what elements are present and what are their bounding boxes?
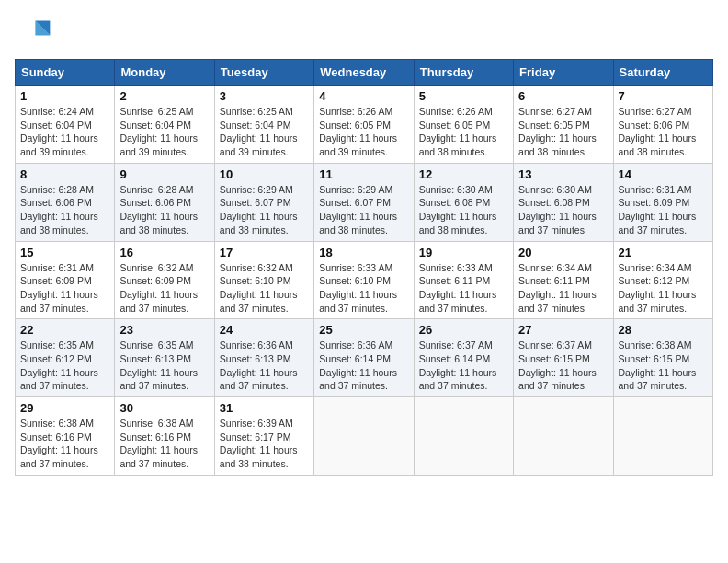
page-header bbox=[15, 15, 713, 52]
calendar-cell: 19 Sunrise: 6:33 AMSunset: 6:11 PMDaylig… bbox=[414, 241, 513, 319]
calendar-cell: 11 Sunrise: 6:29 AMSunset: 6:07 PMDaylig… bbox=[314, 163, 414, 241]
day-info: Sunrise: 6:38 AMSunset: 6:16 PMDaylight:… bbox=[119, 418, 198, 469]
calendar-cell: 25 Sunrise: 6:36 AMSunset: 6:14 PMDaylig… bbox=[314, 319, 414, 397]
day-number: 17 bbox=[220, 246, 309, 259]
calendar-cell: 16 Sunrise: 6:32 AMSunset: 6:09 PMDaylig… bbox=[115, 241, 214, 319]
calendar-header-sunday: Sunday bbox=[16, 60, 115, 86]
day-info: Sunrise: 6:36 AMSunset: 6:13 PMDaylight:… bbox=[220, 339, 298, 391]
calendar-cell: 1 Sunrise: 6:24 AMSunset: 6:04 PMDayligh… bbox=[16, 86, 115, 164]
day-info: Sunrise: 6:34 AMSunset: 6:11 PMDaylight:… bbox=[518, 262, 597, 314]
day-info: Sunrise: 6:31 AMSunset: 6:09 PMDaylight:… bbox=[619, 184, 697, 236]
calendar-cell bbox=[314, 397, 414, 476]
calendar-cell: 12 Sunrise: 6:30 AMSunset: 6:08 PMDaylig… bbox=[414, 163, 513, 241]
day-info: Sunrise: 6:25 AMSunset: 6:04 PMDaylight:… bbox=[220, 106, 298, 157]
day-number: 18 bbox=[319, 246, 408, 259]
day-number: 7 bbox=[619, 89, 708, 103]
day-info: Sunrise: 6:29 AMSunset: 6:07 PMDaylight:… bbox=[319, 184, 397, 236]
day-number: 25 bbox=[319, 323, 408, 337]
calendar-cell: 30 Sunrise: 6:38 AMSunset: 6:16 PMDaylig… bbox=[115, 397, 214, 476]
day-info: Sunrise: 6:29 AMSunset: 6:07 PMDaylight:… bbox=[220, 184, 298, 236]
day-number: 9 bbox=[119, 167, 209, 181]
day-number: 20 bbox=[518, 246, 608, 259]
day-number: 27 bbox=[518, 323, 608, 337]
day-number: 29 bbox=[20, 401, 109, 415]
calendar-cell: 28 Sunrise: 6:38 AMSunset: 6:15 PMDaylig… bbox=[613, 319, 712, 397]
day-number: 16 bbox=[119, 246, 209, 259]
day-number: 11 bbox=[319, 167, 408, 181]
day-info: Sunrise: 6:27 AMSunset: 6:06 PMDaylight:… bbox=[619, 106, 697, 157]
calendar-cell: 14 Sunrise: 6:31 AMSunset: 6:09 PMDaylig… bbox=[613, 163, 712, 241]
day-number: 22 bbox=[20, 323, 109, 337]
calendar-header-saturday: Saturday bbox=[613, 60, 712, 86]
day-info: Sunrise: 6:36 AMSunset: 6:14 PMDaylight:… bbox=[319, 339, 397, 391]
calendar-cell: 5 Sunrise: 6:26 AMSunset: 6:05 PMDayligh… bbox=[414, 86, 513, 164]
calendar-cell: 13 Sunrise: 6:30 AMSunset: 6:08 PMDaylig… bbox=[514, 163, 613, 241]
calendar-header-thursday: Thursday bbox=[414, 60, 513, 86]
calendar-cell: 26 Sunrise: 6:37 AMSunset: 6:14 PMDaylig… bbox=[414, 319, 513, 397]
day-info: Sunrise: 6:27 AMSunset: 6:05 PMDaylight:… bbox=[518, 106, 597, 157]
day-info: Sunrise: 6:32 AMSunset: 6:09 PMDaylight:… bbox=[119, 262, 198, 314]
calendar-cell: 6 Sunrise: 6:27 AMSunset: 6:05 PMDayligh… bbox=[514, 86, 613, 164]
day-number: 21 bbox=[619, 246, 708, 259]
day-info: Sunrise: 6:34 AMSunset: 6:12 PMDaylight:… bbox=[619, 262, 697, 314]
day-number: 12 bbox=[419, 167, 508, 181]
calendar-table: SundayMondayTuesdayWednesdayThursdayFrid… bbox=[15, 59, 713, 476]
day-number: 28 bbox=[619, 323, 708, 337]
day-info: Sunrise: 6:35 AMSunset: 6:13 PMDaylight:… bbox=[119, 339, 198, 391]
calendar-header-wednesday: Wednesday bbox=[314, 60, 414, 86]
day-info: Sunrise: 6:26 AMSunset: 6:05 PMDaylight:… bbox=[319, 106, 397, 157]
calendar-cell: 27 Sunrise: 6:37 AMSunset: 6:15 PMDaylig… bbox=[514, 319, 613, 397]
day-number: 1 bbox=[20, 89, 109, 103]
calendar-cell: 20 Sunrise: 6:34 AMSunset: 6:11 PMDaylig… bbox=[514, 241, 613, 319]
day-number: 19 bbox=[419, 246, 508, 259]
day-number: 8 bbox=[20, 167, 109, 181]
calendar-cell: 10 Sunrise: 6:29 AMSunset: 6:07 PMDaylig… bbox=[214, 163, 313, 241]
day-info: Sunrise: 6:30 AMSunset: 6:08 PMDaylight:… bbox=[419, 184, 497, 236]
day-info: Sunrise: 6:39 AMSunset: 6:17 PMDaylight:… bbox=[220, 418, 298, 469]
day-info: Sunrise: 6:33 AMSunset: 6:11 PMDaylight:… bbox=[419, 262, 497, 314]
day-info: Sunrise: 6:37 AMSunset: 6:14 PMDaylight:… bbox=[419, 339, 497, 391]
day-info: Sunrise: 6:28 AMSunset: 6:06 PMDaylight:… bbox=[119, 184, 198, 236]
calendar-week-row: 8 Sunrise: 6:28 AMSunset: 6:06 PMDayligh… bbox=[16, 163, 713, 241]
day-info: Sunrise: 6:31 AMSunset: 6:09 PMDaylight:… bbox=[20, 262, 98, 314]
calendar-cell: 17 Sunrise: 6:32 AMSunset: 6:10 PMDaylig… bbox=[214, 241, 313, 319]
day-info: Sunrise: 6:25 AMSunset: 6:04 PMDaylight:… bbox=[119, 106, 198, 157]
calendar-cell: 15 Sunrise: 6:31 AMSunset: 6:09 PMDaylig… bbox=[16, 241, 115, 319]
day-number: 24 bbox=[220, 323, 309, 337]
calendar-cell: 2 Sunrise: 6:25 AMSunset: 6:04 PMDayligh… bbox=[115, 86, 214, 164]
day-number: 23 bbox=[119, 323, 209, 337]
day-number: 3 bbox=[220, 89, 309, 103]
day-info: Sunrise: 6:37 AMSunset: 6:15 PMDaylight:… bbox=[518, 339, 597, 391]
calendar-cell: 31 Sunrise: 6:39 AMSunset: 6:17 PMDaylig… bbox=[214, 397, 313, 476]
calendar-header-friday: Friday bbox=[514, 60, 613, 86]
calendar-header-row: SundayMondayTuesdayWednesdayThursdayFrid… bbox=[16, 60, 713, 86]
calendar-cell: 23 Sunrise: 6:35 AMSunset: 6:13 PMDaylig… bbox=[115, 319, 214, 397]
calendar-cell: 3 Sunrise: 6:25 AMSunset: 6:04 PMDayligh… bbox=[214, 86, 313, 164]
day-number: 31 bbox=[220, 401, 309, 415]
day-number: 2 bbox=[119, 89, 209, 103]
calendar-week-row: 22 Sunrise: 6:35 AMSunset: 6:12 PMDaylig… bbox=[16, 319, 713, 397]
day-number: 13 bbox=[518, 167, 608, 181]
calendar-week-row: 15 Sunrise: 6:31 AMSunset: 6:09 PMDaylig… bbox=[16, 241, 713, 319]
day-info: Sunrise: 6:38 AMSunset: 6:15 PMDaylight:… bbox=[619, 339, 697, 391]
calendar-header-tuesday: Tuesday bbox=[214, 60, 313, 86]
day-info: Sunrise: 6:28 AMSunset: 6:06 PMDaylight:… bbox=[20, 184, 98, 236]
logo bbox=[15, 15, 53, 52]
day-number: 4 bbox=[319, 89, 408, 103]
calendar-cell bbox=[414, 397, 513, 476]
day-number: 14 bbox=[619, 167, 708, 181]
calendar-cell: 29 Sunrise: 6:38 AMSunset: 6:16 PMDaylig… bbox=[16, 397, 115, 476]
day-info: Sunrise: 6:35 AMSunset: 6:12 PMDaylight:… bbox=[20, 339, 98, 391]
calendar-week-row: 29 Sunrise: 6:38 AMSunset: 6:16 PMDaylig… bbox=[16, 397, 713, 476]
calendar-cell: 7 Sunrise: 6:27 AMSunset: 6:06 PMDayligh… bbox=[613, 86, 712, 164]
calendar-cell: 9 Sunrise: 6:28 AMSunset: 6:06 PMDayligh… bbox=[115, 163, 214, 241]
calendar-cell: 18 Sunrise: 6:33 AMSunset: 6:10 PMDaylig… bbox=[314, 241, 414, 319]
day-number: 5 bbox=[419, 89, 508, 103]
logo-icon bbox=[15, 15, 51, 52]
day-number: 30 bbox=[119, 401, 209, 415]
calendar-cell: 4 Sunrise: 6:26 AMSunset: 6:05 PMDayligh… bbox=[314, 86, 414, 164]
calendar-cell: 8 Sunrise: 6:28 AMSunset: 6:06 PMDayligh… bbox=[16, 163, 115, 241]
calendar-cell: 22 Sunrise: 6:35 AMSunset: 6:12 PMDaylig… bbox=[16, 319, 115, 397]
day-info: Sunrise: 6:33 AMSunset: 6:10 PMDaylight:… bbox=[319, 262, 397, 314]
calendar-header-monday: Monday bbox=[115, 60, 214, 86]
